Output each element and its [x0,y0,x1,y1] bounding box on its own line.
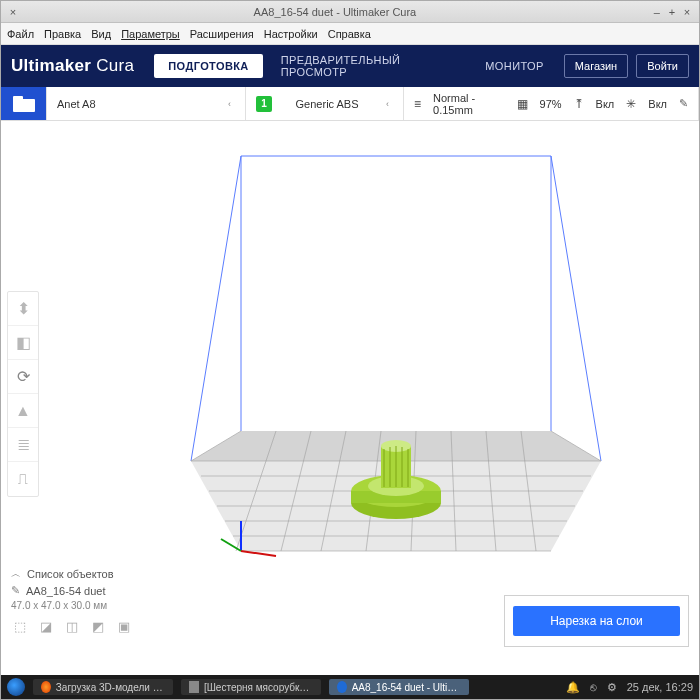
transform-toolbar: ⬍ ◧ ⟳ ▲ ≣ ⎍ [7,291,39,497]
material-selector[interactable]: 1 Generic ABS ‹ [246,87,404,120]
brand-bar: Ultimaker Cura ПОДГОТОВКА ПРЕДВАРИТЕЛЬНЫ… [1,45,699,87]
layers-icon: ≡ [414,97,421,111]
svg-line-1 [191,156,241,461]
network-icon[interactable]: ⎋ [590,681,597,693]
view-3d-button[interactable]: ⬚ [11,617,29,635]
open-file-button[interactable] [1,87,47,120]
scale-tool[interactable]: ◧ [8,326,38,360]
files-icon [189,681,199,693]
chevron-left-icon[interactable]: ‹ [224,99,235,109]
object-list-panel: ︿ Список объектов ✎ AA8_16-54 duet 47.0 … [11,564,133,635]
move-tool[interactable]: ⬍ [8,292,38,326]
printer-name: Anet A8 [57,98,96,110]
slice-button[interactable]: Нарезка на слои [513,606,680,636]
viewport[interactable]: ⬍ ◧ ⟳ ▲ ≣ ⎍ [1,121,699,675]
adhesion-icon: ✳ [626,97,636,111]
slice-panel: Нарезка на слои [504,595,689,647]
menu-view[interactable]: Вид [91,28,111,40]
printer-selector[interactable]: Anet A8 ‹ [47,87,246,120]
infill-icon: ▦ [517,97,528,111]
taskbar-item-label: Загрузка 3D-модели — Mo… [56,682,165,693]
svg-line-2 [551,156,601,461]
svg-line-25 [241,551,276,556]
taskbar: Загрузка 3D-модели — Mo… [Шестерня мясор… [1,675,699,699]
view-front-button[interactable]: ◪ [37,617,55,635]
build-volume[interactable] [181,131,611,581]
window-maximize-button[interactable]: + [666,6,678,18]
extruder-badge: 1 [256,96,272,112]
menu-file[interactable]: Файл [7,28,34,40]
toolbar: Anet A8 ‹ 1 Generic ABS ‹ ≡ Normal - 0.1… [1,87,699,121]
menu-settings[interactable]: Настройки [264,28,318,40]
stage-prepare[interactable]: ПОДГОТОВКА [154,54,262,78]
menu-extensions[interactable]: Расширения [190,28,254,40]
adhesion-value: Вкл [648,98,667,110]
stage-monitor[interactable]: МОНИТОР [485,60,544,72]
settings-tray-icon[interactable]: ⚙ [607,681,617,694]
view-top-button[interactable]: ◫ [63,617,81,635]
rotate-tool[interactable]: ⟳ [8,360,38,394]
brand-logo: Ultimaker Cura [11,56,134,76]
taskbar-item-cura[interactable]: AA8_16-54 duet - Ultimaker … [329,679,469,695]
material-name: Generic ABS [296,98,359,110]
window-minimize-button[interactable]: – [651,6,663,18]
menu-help[interactable]: Справка [328,28,371,40]
taskbar-item-label: AA8_16-54 duet - Ultimaker … [352,682,461,693]
supports-value: Вкл [596,98,615,110]
taskbar-item-files[interactable]: [Шестерня мясорубки Due… [181,679,321,695]
taskbar-item-label: [Шестерня мясорубки Due… [204,682,313,693]
firefox-icon [41,681,51,693]
start-button[interactable] [7,678,25,696]
stage-preview[interactable]: ПРЕДВАРИТЕЛЬНЫЙ ПРОСМОТР [281,54,468,78]
object-dimensions: 47.0 x 47.0 x 30.0 мм [11,600,133,611]
signin-button[interactable]: Войти [636,54,689,78]
clock[interactable]: 25 дек, 16:29 [627,681,693,693]
chevron-left-icon[interactable]: ‹ [382,99,393,109]
support-icon: ⤒ [574,97,584,111]
pencil-icon[interactable]: ✎ [11,584,20,597]
support-blocker-tool[interactable]: ⎍ [8,462,38,496]
cura-icon [337,681,347,693]
app-window: × AA8_16-54 duet - Ultimaker Cura – + × … [0,0,700,700]
menu-edit[interactable]: Правка [44,28,81,40]
mesh-settings-tool[interactable]: ≣ [8,428,38,462]
window-close-button[interactable]: × [681,6,693,18]
window-close-left[interactable]: × [7,6,19,18]
profile-name: Normal - 0.15mm [433,92,493,116]
edit-settings-icon[interactable]: ✎ [679,97,688,110]
object-list-header: Список объектов [27,568,114,580]
view-buttons: ⬚ ◪ ◫ ◩ ▣ [11,617,133,635]
window-title: AA8_16-54 duet - Ultimaker Cura [19,6,651,18]
marketplace-button[interactable]: Магазин [564,54,628,78]
system-tray: 🔔 ⎋ ⚙ 25 дек, 16:29 [566,681,693,694]
view-right-button[interactable]: ▣ [115,617,133,635]
collapse-icon[interactable]: ︿ [11,567,21,581]
print-settings-selector[interactable]: ≡ Normal - 0.15mm ▦ 97% ⤒ Вкл ✳ Вкл ✎ [404,87,699,120]
titlebar: × AA8_16-54 duet - Ultimaker Cura – + × [1,1,699,23]
menubar: Файл Правка Вид Параметры Расширения Нас… [1,23,699,45]
mirror-tool[interactable]: ▲ [8,394,38,428]
object-name[interactable]: AA8_16-54 duet [26,585,106,597]
notification-icon[interactable]: 🔔 [566,681,580,694]
folder-icon [13,96,35,112]
infill-value: 97% [540,98,562,110]
menu-parameters[interactable]: Параметры [121,28,180,40]
stage-tabs: ПОДГОТОВКА ПРЕДВАРИТЕЛЬНЫЙ ПРОСМОТР МОНИ… [154,54,543,78]
taskbar-item-firefox[interactable]: Загрузка 3D-модели — Mo… [33,679,173,695]
view-left-button[interactable]: ◩ [89,617,107,635]
